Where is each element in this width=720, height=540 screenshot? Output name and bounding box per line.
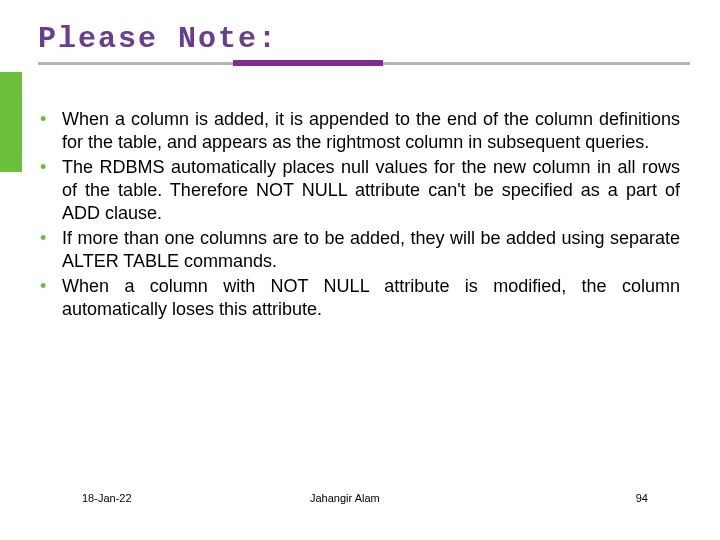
underline-purple bbox=[233, 60, 383, 66]
bullet-list: When a column is added, it is appended t… bbox=[38, 108, 680, 321]
list-item: If more than one columns are to be added… bbox=[38, 227, 680, 273]
list-item: When a column with NOT NULL attribute is… bbox=[38, 275, 680, 321]
footer-date: 18-Jan-22 bbox=[82, 492, 132, 504]
title-underline bbox=[38, 62, 690, 68]
footer: 18-Jan-22 Jahangir Alam 94 bbox=[0, 492, 720, 510]
slide: Please Note: When a column is added, it … bbox=[0, 0, 720, 540]
list-item: The RDBMS automatically places null valu… bbox=[38, 156, 680, 225]
footer-author: Jahangir Alam bbox=[310, 492, 380, 504]
left-accent-block bbox=[0, 72, 22, 172]
list-item: When a column is added, it is appended t… bbox=[38, 108, 680, 154]
content-area: When a column is added, it is appended t… bbox=[38, 108, 680, 323]
footer-page-number: 94 bbox=[636, 492, 648, 504]
slide-title: Please Note: bbox=[38, 22, 690, 56]
title-area: Please Note: bbox=[38, 22, 690, 68]
